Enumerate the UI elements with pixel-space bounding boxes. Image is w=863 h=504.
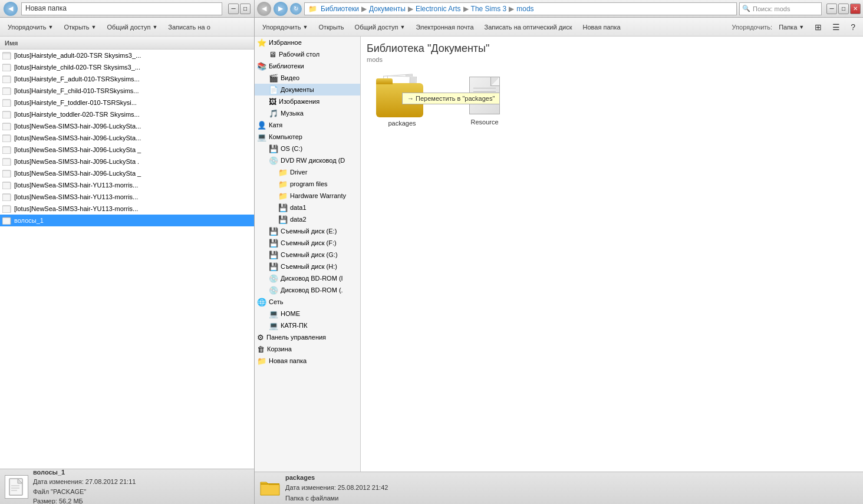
folder-packages[interactable]: packages Переместить в "packages" (367, 71, 437, 130)
folder-icon: 📁 (308, 5, 317, 13)
sidebar-item-new-folder[interactable]: 📁 Новая папка (255, 355, 360, 367)
sidebar-item-programfiles[interactable]: 📁 program files (255, 178, 360, 190)
breadcrumb-item[interactable]: Библиотеки (321, 5, 359, 13)
sidebar-computer-header[interactable]: 💻 Компьютер (255, 131, 360, 143)
help-button[interactable]: ? (846, 20, 859, 34)
sidebar-libraries-header[interactable]: 📚 Библиотеки (255, 60, 360, 72)
share-button[interactable]: Общий доступ ▼ (103, 20, 162, 34)
sidebar-item-bdrom1[interactable]: 💿 Дисковод BD-ROM (I (255, 272, 360, 284)
folder-resource[interactable]: Resource (449, 71, 520, 129)
sidebar-item-images[interactable]: 🖼 Изображения (255, 95, 360, 107)
icon-view: packages Переместить в "packages" (367, 71, 857, 130)
bdrom-icon: 💿 (269, 274, 278, 283)
sidebar-item-control-panel[interactable]: ⚙ Панель управления (255, 331, 360, 343)
write-button[interactable]: Записать на о (164, 20, 214, 34)
organize-button[interactable]: Упорядочить ▼ (258, 20, 312, 34)
sidebar-favorites-header[interactable]: ⭐ Избранное (255, 37, 360, 48)
sidebar-item-c[interactable]: 💾 OS (C:) (255, 143, 360, 154)
file-icon (2, 193, 12, 201)
resource-label: Resource (470, 118, 498, 126)
email-button[interactable]: Электронная почта (411, 20, 477, 34)
file-icon (2, 87, 12, 95)
list-item-selected[interactable]: волосы_1 (0, 215, 254, 226)
sidebar-item-data2[interactable]: 💾 data2 (255, 213, 360, 225)
sidebar-network-header[interactable]: 🌐 Сеть (255, 296, 360, 308)
list-item[interactable]: [lotus]NewSea-SIMS3-hair-J096-LuckySta..… (0, 120, 254, 132)
search-bar[interactable]: 🔍 Поиск: mods (739, 2, 822, 15)
sidebar-item-music[interactable]: 🎵 Музыка (255, 107, 360, 119)
sidebar-item-e[interactable]: 💾 Съемный диск (E:) (255, 225, 360, 237)
sidebar-item-f[interactable]: 💾 Съемный диск (F:) (255, 237, 360, 249)
list-item[interactable]: [lotus]NewSea-SIMS3-hair-J096-LuckySta..… (0, 132, 254, 144)
sidebar-item-recycle[interactable]: 🗑 Корзина (255, 343, 360, 355)
sidebar-item-g[interactable]: 💾 Съемный диск (G:) (255, 249, 360, 261)
back-button[interactable]: ◀ (4, 2, 18, 16)
minimize-button[interactable]: ─ (228, 4, 239, 14)
list-item[interactable]: [lotus]Hairstyle_toddler-020-TSR Skysims… (0, 108, 254, 120)
list-item[interactable]: [lotus]Hairstyle_F_adult-010-TSRSkysims.… (0, 73, 254, 85)
refresh-button[interactable]: ↻ (290, 3, 302, 15)
file-icon (2, 157, 12, 166)
list-item[interactable]: [lotus]NewSea-SIMS3-hair-YU113-morris... (0, 179, 254, 191)
breadcrumb-item[interactable]: Документы (369, 5, 406, 13)
list-item[interactable]: [lotus]Hairstyle_F_toddler-010-TSRSkysi.… (0, 97, 254, 108)
file-icon (2, 110, 12, 118)
star-icon: ⭐ (257, 38, 266, 47)
sidebar-item-desktop[interactable]: 🖥 Рабочий стол (255, 48, 360, 60)
svg-rect-2 (2, 76, 11, 83)
breadcrumb-item[interactable]: The Sims 3 (471, 5, 507, 13)
list-item[interactable]: [lotus]NewSea-SIMS3-hair-J096-LuckySta . (0, 156, 254, 167)
right-toolbar: Упорядочить ▼ Открыть Общий доступ ▼ Эле… (255, 18, 863, 37)
recycle-icon: 🗑 (257, 345, 265, 354)
sidebar-item-katya-pk[interactable]: 💻 КАТЯ-ПК (255, 319, 360, 331)
list-item[interactable]: [lotus]NewSea-SIMS3-hair-J096-LuckySta _ (0, 144, 254, 156)
sidebar-item-home[interactable]: 💻 HOME (255, 308, 360, 319)
list-item[interactable]: [lotus]NewSea-SIMS3-hair-YU113-morris... (0, 203, 254, 215)
documents-icon: 📄 (269, 85, 278, 94)
sidebar-item-hardware-warranty[interactable]: 📁 Hardware Warranty (255, 190, 360, 202)
view-list-button[interactable]: ☰ (828, 20, 844, 34)
sort-options-button[interactable]: Папка ▼ (775, 20, 808, 34)
left-address-bar[interactable]: Новая папка (21, 2, 222, 15)
images-icon: 🖼 (269, 97, 276, 106)
sidebar-item-video[interactable]: 🎬 Видео (255, 72, 360, 84)
back-button[interactable]: ◀ (257, 2, 271, 16)
right-titlebar: ◀ ▶ ↻ 📁 Библиотеки ▶ Документы ▶ Electro… (255, 0, 863, 18)
share-button[interactable]: Общий доступ ▼ (351, 20, 410, 34)
forward-button[interactable]: ▶ (274, 2, 288, 16)
sidebar-item-documents[interactable]: 📄 Документы (255, 84, 360, 95)
main-file-area: Библиотека "Документы" mods packages Пер… (361, 37, 863, 472)
list-item[interactable]: [lotus]NewSea-SIMS3-hair-J096-LuckySta _ (0, 167, 254, 179)
organize-button[interactable]: Упорядочить ▼ (4, 20, 57, 34)
write-disc-button[interactable]: Записать на оптический диск (480, 20, 577, 34)
list-item[interactable]: [lotus]Hairstyle_child-020-TSR Skysims3_… (0, 61, 254, 73)
resource-folder-icon (463, 75, 506, 116)
sidebar-item-bdrom2[interactable]: 💿 Дисковод BD-ROM (. (255, 284, 360, 296)
breadcrumb-bar: 📁 Библиотеки ▶ Документы ▶ Electronic Ar… (304, 2, 737, 15)
open-button[interactable]: Открыть ▼ (60, 20, 100, 34)
sidebar-item-dvd[interactable]: 💿 DVD RW дисковод (D (255, 154, 360, 166)
sidebar-kata-header[interactable]: 👤 Катя (255, 119, 360, 131)
svg-rect-8 (2, 147, 11, 154)
new-folder-button[interactable]: Новая папка (579, 20, 625, 34)
sidebar-item-data1[interactable]: 💾 data1 (255, 202, 360, 213)
bdrom-icon: 💿 (269, 286, 278, 295)
list-item[interactable]: [lotus]Hairstyle_F_child-010-TSRSkysims.… (0, 85, 254, 97)
breadcrumb-item[interactable]: mods (516, 5, 533, 13)
close-button[interactable]: ✕ (850, 4, 861, 14)
right-win-controls: ─ □ ✕ (826, 4, 861, 14)
maximize-button[interactable]: □ (838, 4, 849, 14)
network-icon: 🌐 (257, 298, 266, 307)
sidebar-item-driver[interactable]: 📁 Driver (255, 166, 360, 178)
breadcrumb-item[interactable]: Electronic Arts (416, 5, 461, 13)
view-toggle-button[interactable]: ⊞ (811, 20, 826, 34)
drive-icon: 💾 (278, 203, 288, 212)
left-file-list[interactable]: [lotus]Hairstyle_adult-020-TSR Skysims3_… (0, 50, 254, 469)
removable-icon: 💾 (269, 251, 278, 259)
list-item[interactable]: [lotus]NewSea-SIMS3-hair-YU113-morris... (0, 191, 254, 203)
open-button[interactable]: Открыть (314, 20, 348, 34)
sidebar-item-h[interactable]: 💾 Съемный диск (H:) (255, 261, 360, 272)
minimize-button[interactable]: ─ (826, 4, 837, 14)
list-item[interactable]: [lotus]Hairstyle_adult-020-TSR Skysims3_… (0, 50, 254, 61)
maximize-button[interactable]: □ (240, 4, 251, 14)
